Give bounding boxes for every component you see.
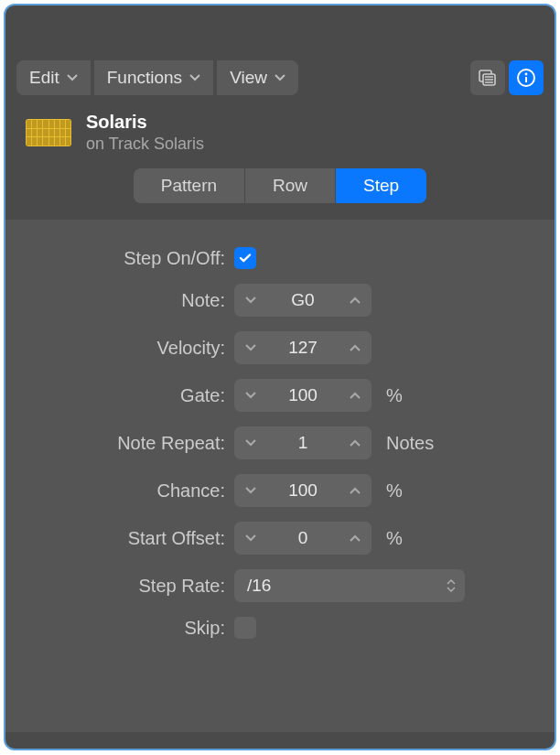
note-repeat-suffix: Notes — [386, 433, 434, 454]
stepper-gate[interactable]: 100 — [234, 379, 372, 412]
gate-suffix: % — [386, 385, 403, 406]
gate-decrement[interactable] — [234, 379, 267, 412]
functions-menu[interactable]: Functions — [94, 60, 213, 95]
note-increment[interactable] — [339, 284, 372, 317]
stepper-note-repeat[interactable]: 1 — [234, 426, 372, 459]
view-menu[interactable]: View — [217, 60, 298, 95]
row-gate: Gate: 100 % — [33, 379, 527, 412]
stepper-note[interactable]: G0 — [234, 284, 372, 317]
note-decrement[interactable] — [234, 284, 267, 317]
functions-menu-label: Functions — [107, 68, 182, 88]
note-value[interactable]: G0 — [267, 290, 339, 310]
row-step-rate: Step Rate: /16 — [33, 569, 527, 602]
tab-row[interactable]: Row — [245, 168, 336, 203]
start-offset-increment[interactable] — [339, 522, 372, 555]
select-step-rate[interactable]: /16 — [234, 569, 465, 602]
step-rate-value: /16 — [247, 576, 271, 596]
segment-control: Pattern Row Step — [134, 168, 426, 203]
stepper-chance[interactable]: 100 — [234, 474, 372, 507]
row-note: Note: G0 — [33, 284, 527, 317]
label-chance: Chance: — [33, 480, 225, 502]
row-velocity: Velocity: 127 — [33, 331, 527, 364]
gate-increment[interactable] — [339, 379, 372, 412]
checkbox-skip[interactable] — [234, 617, 256, 639]
row-start-offset: Start Offset: 0 % — [33, 522, 527, 555]
svg-rect-7 — [525, 77, 527, 82]
view-menu-label: View — [230, 68, 267, 88]
edit-menu[interactable]: Edit — [16, 60, 91, 95]
header-text: Solaris on Track Solaris — [86, 112, 204, 154]
chevron-down-icon — [67, 74, 78, 81]
start-offset-value[interactable]: 0 — [267, 528, 339, 548]
note-repeat-increment[interactable] — [339, 426, 372, 459]
tab-step[interactable]: Step — [336, 168, 426, 203]
edit-menu-label: Edit — [29, 68, 59, 88]
label-velocity: Velocity: — [33, 338, 225, 359]
note-repeat-value[interactable]: 1 — [267, 433, 339, 453]
gate-value[interactable]: 100 — [267, 385, 339, 405]
note-repeat-decrement[interactable] — [234, 426, 267, 459]
chance-suffix: % — [386, 480, 403, 502]
label-note: Note: — [33, 290, 225, 311]
info-icon-button[interactable] — [509, 60, 544, 95]
start-offset-suffix: % — [386, 528, 403, 549]
tab-pattern[interactable]: Pattern — [134, 168, 245, 203]
toolbar: Edit Functions View — [5, 51, 555, 95]
row-skip: Skip: — [33, 617, 527, 639]
label-gate: Gate: — [33, 385, 225, 406]
label-step-on-off: Step On/Off: — [33, 248, 225, 269]
chevron-down-icon — [189, 74, 200, 81]
list-icon-button[interactable] — [470, 60, 505, 95]
row-note-repeat: Note Repeat: 1 Notes — [33, 426, 527, 459]
label-skip: Skip: — [33, 618, 225, 639]
chance-increment[interactable] — [339, 474, 372, 507]
row-step-on-off: Step On/Off: — [33, 247, 527, 269]
region-subtitle: on Track Solaris — [86, 135, 204, 154]
updown-icon — [447, 579, 456, 592]
label-start-offset: Start Offset: — [33, 528, 225, 549]
region-title: Solaris — [86, 112, 204, 133]
svg-point-6 — [525, 73, 528, 76]
content-area: Step On/Off: Note: G0 Velocity: — [5, 220, 555, 732]
stepper-velocity[interactable]: 127 — [234, 331, 372, 364]
checkbox-step-on-off[interactable] — [234, 247, 256, 269]
label-note-repeat: Note Repeat: — [33, 433, 225, 454]
header: Solaris on Track Solaris — [5, 95, 555, 159]
pattern-icon — [26, 119, 71, 146]
chance-value[interactable]: 100 — [267, 480, 339, 501]
row-chance: Chance: 100 % — [33, 474, 527, 507]
inspector-panel: Edit Functions View — [4, 4, 556, 750]
start-offset-decrement[interactable] — [234, 522, 267, 555]
label-step-rate: Step Rate: — [33, 576, 225, 597]
chevron-down-icon — [275, 74, 285, 81]
velocity-decrement[interactable] — [234, 331, 267, 364]
velocity-increment[interactable] — [339, 331, 372, 364]
velocity-value[interactable]: 127 — [267, 338, 339, 358]
stepper-start-offset[interactable]: 0 — [234, 522, 372, 555]
segment-control-row: Pattern Row Step — [5, 159, 555, 220]
chance-decrement[interactable] — [234, 474, 267, 507]
